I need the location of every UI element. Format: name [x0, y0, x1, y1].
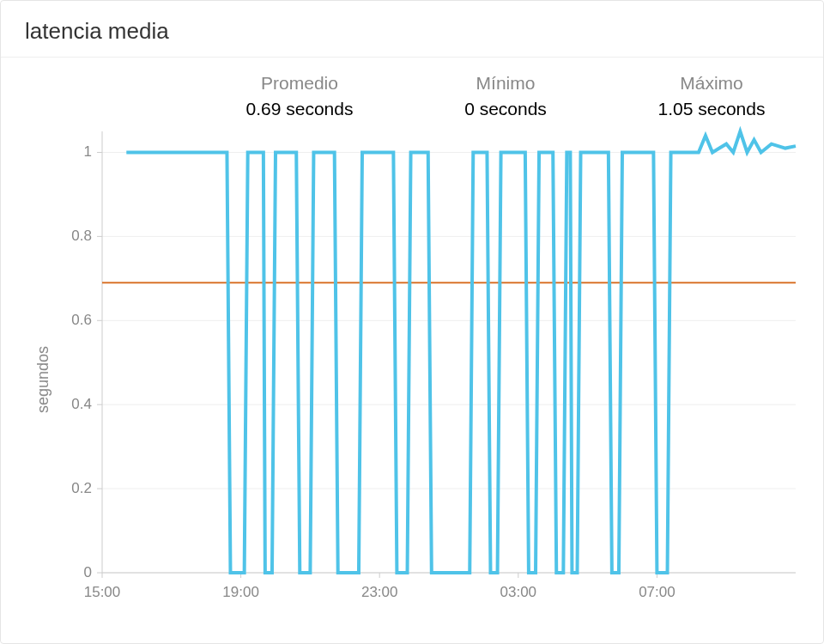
stat-max: Máximo 1.05 seconds	[634, 73, 789, 119]
svg-text:0.2: 0.2	[71, 480, 92, 496]
stat-avg: Promedio 0.69 seconds	[222, 73, 377, 119]
svg-text:03:00: 03:00	[500, 584, 537, 600]
latency-chart: 00.20.40.60.8115:0019:0023:0003:0007:00	[25, 126, 801, 616]
svg-text:0.4: 0.4	[71, 396, 92, 412]
svg-text:15:00: 15:00	[84, 584, 121, 600]
stat-avg-value: 0.69 seconds	[222, 99, 377, 119]
svg-text:0.6: 0.6	[71, 312, 92, 328]
svg-text:0: 0	[84, 564, 92, 580]
stat-max-value: 1.05 seconds	[634, 99, 789, 119]
svg-text:07:00: 07:00	[639, 584, 676, 600]
latency-card: latencia media Promedio 0.69 seconds Mín…	[0, 0, 824, 644]
card-title: latencia media	[1, 1, 823, 58]
stat-min-value: 0 seconds	[437, 99, 574, 119]
series-latencia	[126, 131, 796, 573]
svg-text:19:00: 19:00	[222, 584, 259, 600]
svg-text:1: 1	[84, 143, 92, 160]
stat-min-label: Mínimo	[437, 73, 574, 94]
y-axis-label: segundos	[34, 346, 52, 413]
stat-avg-label: Promedio	[222, 73, 377, 94]
svg-text:0.8: 0.8	[71, 228, 92, 244]
stat-min: Mínimo 0 seconds	[437, 73, 574, 119]
stats-row: Promedio 0.69 seconds Mínimo 0 seconds M…	[1, 58, 823, 126]
stat-max-label: Máximo	[634, 73, 789, 94]
chart-area: segundos 00.20.40.60.8115:0019:0023:0003…	[1, 126, 823, 633]
svg-text:23:00: 23:00	[361, 584, 398, 600]
